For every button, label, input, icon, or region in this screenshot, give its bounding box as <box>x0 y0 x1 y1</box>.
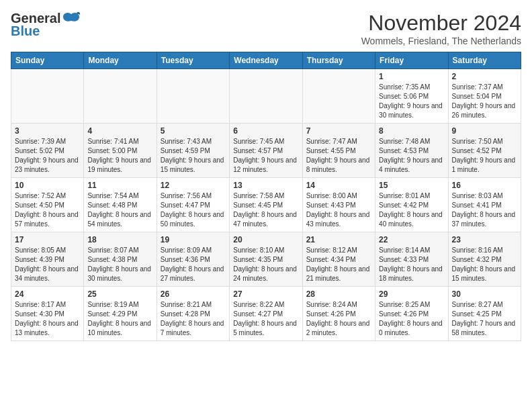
calendar-cell <box>11 69 84 124</box>
logo-bird-icon <box>62 11 81 26</box>
calendar-header-thursday: Thursday <box>302 52 375 69</box>
day-info: Sunrise: 8:01 AM Sunset: 4:42 PM Dayligh… <box>379 191 444 229</box>
day-info: Sunrise: 8:25 AM Sunset: 4:26 PM Dayligh… <box>379 300 444 338</box>
calendar-cell <box>302 69 375 124</box>
day-info: Sunrise: 8:21 AM Sunset: 4:28 PM Dayligh… <box>161 300 226 338</box>
calendar-cell: 19Sunrise: 8:09 AM Sunset: 4:36 PM Dayli… <box>157 232 229 287</box>
day-info: Sunrise: 8:12 AM Sunset: 4:34 PM Dayligh… <box>306 246 371 283</box>
calendar-cell: 9Sunrise: 7:50 AM Sunset: 4:52 PM Daylig… <box>448 124 521 178</box>
day-number: 14 <box>306 181 371 190</box>
day-info: Sunrise: 7:54 AM Sunset: 4:48 PM Dayligh… <box>87 191 152 229</box>
day-number: 8 <box>379 126 444 136</box>
day-info: Sunrise: 8:17 AM Sunset: 4:30 PM Dayligh… <box>15 300 80 338</box>
day-number: 7 <box>306 126 371 136</box>
calendar-cell <box>157 69 229 124</box>
calendar-cell: 12Sunrise: 7:56 AM Sunset: 4:47 PM Dayli… <box>157 178 229 232</box>
day-info: Sunrise: 8:24 AM Sunset: 4:26 PM Dayligh… <box>306 300 371 338</box>
calendar-cell: 10Sunrise: 7:52 AM Sunset: 4:50 PM Dayli… <box>11 178 84 232</box>
calendar-header-tuesday: Tuesday <box>157 52 229 69</box>
day-number: 19 <box>161 235 226 244</box>
day-number: 1 <box>379 72 444 81</box>
calendar-header-wednesday: Wednesday <box>230 52 302 69</box>
calendar-cell: 28Sunrise: 8:24 AM Sunset: 4:26 PM Dayli… <box>302 287 375 341</box>
day-number: 3 <box>15 126 80 136</box>
day-info: Sunrise: 7:37 AM Sunset: 5:04 PM Dayligh… <box>452 83 517 120</box>
calendar-cell: 3Sunrise: 7:39 AM Sunset: 5:02 PM Daylig… <box>11 124 84 178</box>
day-info: Sunrise: 7:50 AM Sunset: 4:52 PM Dayligh… <box>452 137 517 175</box>
calendar-cell: 1Sunrise: 7:35 AM Sunset: 5:06 PM Daylig… <box>375 69 448 124</box>
day-number: 20 <box>233 235 298 244</box>
calendar-cell: 14Sunrise: 8:00 AM Sunset: 4:43 PM Dayli… <box>302 178 375 232</box>
calendar-header-saturday: Saturday <box>448 52 521 69</box>
day-info: Sunrise: 8:07 AM Sunset: 4:38 PM Dayligh… <box>87 246 152 283</box>
day-number: 6 <box>233 126 298 136</box>
calendar-header-friday: Friday <box>375 52 448 69</box>
day-number: 12 <box>161 181 226 190</box>
day-info: Sunrise: 7:41 AM Sunset: 5:00 PM Dayligh… <box>87 137 152 175</box>
calendar-cell: 27Sunrise: 8:22 AM Sunset: 4:27 PM Dayli… <box>230 287 302 341</box>
day-number: 16 <box>452 181 517 190</box>
calendar-header-sunday: Sunday <box>11 52 84 69</box>
day-number: 18 <box>87 235 152 244</box>
calendar-cell <box>230 69 302 124</box>
logo: General Blue <box>11 11 81 39</box>
day-number: 23 <box>452 235 517 244</box>
day-info: Sunrise: 7:52 AM Sunset: 4:50 PM Dayligh… <box>15 191 80 229</box>
day-number: 11 <box>87 181 152 190</box>
day-number: 28 <box>306 289 371 299</box>
calendar-cell: 17Sunrise: 8:05 AM Sunset: 4:39 PM Dayli… <box>11 232 84 287</box>
day-number: 21 <box>306 235 371 244</box>
day-number: 22 <box>379 235 444 244</box>
calendar-cell: 20Sunrise: 8:10 AM Sunset: 4:35 PM Dayli… <box>230 232 302 287</box>
calendar-cell: 21Sunrise: 8:12 AM Sunset: 4:34 PM Dayli… <box>302 232 375 287</box>
day-number: 30 <box>452 289 517 299</box>
calendar-cell: 15Sunrise: 8:01 AM Sunset: 4:42 PM Dayli… <box>375 178 448 232</box>
day-info: Sunrise: 8:14 AM Sunset: 4:33 PM Dayligh… <box>379 246 444 283</box>
day-info: Sunrise: 8:09 AM Sunset: 4:36 PM Dayligh… <box>161 246 226 283</box>
day-info: Sunrise: 8:27 AM Sunset: 4:25 PM Dayligh… <box>452 300 517 338</box>
day-number: 29 <box>379 289 444 299</box>
calendar-header-row: SundayMondayTuesdayWednesdayThursdayFrid… <box>11 52 521 69</box>
calendar-cell: 6Sunrise: 7:45 AM Sunset: 4:57 PM Daylig… <box>230 124 302 178</box>
calendar-week-row: 3Sunrise: 7:39 AM Sunset: 5:02 PM Daylig… <box>11 124 521 178</box>
day-number: 10 <box>15 181 80 190</box>
calendar-cell: 4Sunrise: 7:41 AM Sunset: 5:00 PM Daylig… <box>84 124 157 178</box>
day-number: 25 <box>87 289 152 299</box>
calendar-cell: 26Sunrise: 8:21 AM Sunset: 4:28 PM Dayli… <box>157 287 229 341</box>
day-info: Sunrise: 8:22 AM Sunset: 4:27 PM Dayligh… <box>233 300 298 338</box>
calendar-cell: 29Sunrise: 8:25 AM Sunset: 4:26 PM Dayli… <box>375 287 448 341</box>
day-number: 2 <box>452 72 517 81</box>
calendar-cell: 13Sunrise: 7:58 AM Sunset: 4:45 PM Dayli… <box>230 178 302 232</box>
calendar-cell: 16Sunrise: 8:03 AM Sunset: 4:41 PM Dayli… <box>448 178 521 232</box>
day-number: 26 <box>161 289 226 299</box>
calendar-cell: 5Sunrise: 7:43 AM Sunset: 4:59 PM Daylig… <box>157 124 229 178</box>
day-number: 27 <box>233 289 298 299</box>
calendar-cell: 23Sunrise: 8:16 AM Sunset: 4:32 PM Dayli… <box>448 232 521 287</box>
calendar-cell: 18Sunrise: 8:07 AM Sunset: 4:38 PM Dayli… <box>84 232 157 287</box>
calendar-cell: 2Sunrise: 7:37 AM Sunset: 5:04 PM Daylig… <box>448 69 521 124</box>
calendar-week-row: 24Sunrise: 8:17 AM Sunset: 4:30 PM Dayli… <box>11 287 521 341</box>
day-number: 24 <box>15 289 80 299</box>
day-number: 15 <box>379 181 444 190</box>
day-info: Sunrise: 7:43 AM Sunset: 4:59 PM Dayligh… <box>161 137 226 175</box>
calendar-cell: 8Sunrise: 7:48 AM Sunset: 4:53 PM Daylig… <box>375 124 448 178</box>
day-number: 5 <box>161 126 226 136</box>
day-info: Sunrise: 8:05 AM Sunset: 4:39 PM Dayligh… <box>15 246 80 283</box>
calendar-table: SundayMondayTuesdayWednesdayThursdayFrid… <box>11 52 521 341</box>
day-info: Sunrise: 7:45 AM Sunset: 4:57 PM Dayligh… <box>233 137 298 175</box>
title-area: November 2024 Wommels, Friesland, The Ne… <box>361 11 521 46</box>
calendar-cell: 25Sunrise: 8:19 AM Sunset: 4:29 PM Dayli… <box>84 287 157 341</box>
calendar-week-row: 10Sunrise: 7:52 AM Sunset: 4:50 PM Dayli… <box>11 178 521 232</box>
day-info: Sunrise: 8:19 AM Sunset: 4:29 PM Dayligh… <box>87 300 152 338</box>
location-text: Wommels, Friesland, The Netherlands <box>361 36 521 46</box>
day-info: Sunrise: 7:35 AM Sunset: 5:06 PM Dayligh… <box>379 83 444 120</box>
page-header: General Blue November 2024 Wommels, Frie… <box>11 11 521 46</box>
calendar-cell: 7Sunrise: 7:47 AM Sunset: 4:55 PM Daylig… <box>302 124 375 178</box>
day-info: Sunrise: 7:56 AM Sunset: 4:47 PM Dayligh… <box>161 191 226 229</box>
calendar-cell: 11Sunrise: 7:54 AM Sunset: 4:48 PM Dayli… <box>84 178 157 232</box>
day-number: 9 <box>452 126 517 136</box>
day-info: Sunrise: 7:48 AM Sunset: 4:53 PM Dayligh… <box>379 137 444 175</box>
calendar-cell: 24Sunrise: 8:17 AM Sunset: 4:30 PM Dayli… <box>11 287 84 341</box>
day-info: Sunrise: 7:39 AM Sunset: 5:02 PM Dayligh… <box>15 137 80 175</box>
day-info: Sunrise: 8:16 AM Sunset: 4:32 PM Dayligh… <box>452 246 517 283</box>
